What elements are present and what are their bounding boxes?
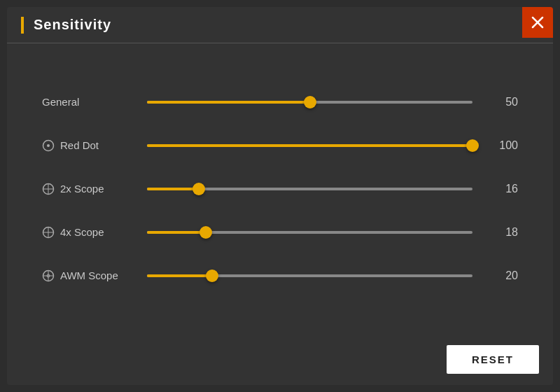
2x-scope-icon [42,183,55,195]
slider-row-general: General 50 [42,80,518,124]
slider-track-general [147,101,472,104]
slider-label-text-2x-scope: 2x Scope [60,183,104,195]
slider-fill-awm-scope [147,274,212,277]
slider-thumb-4x-scope[interactable] [200,226,212,239]
slider-row-2x-scope: 2x Scope 16 [42,167,518,211]
reset-button[interactable]: RESET [447,345,539,374]
slider-label-awm-scope: AWM Scope [42,270,133,282]
slider-label-text-4x-scope: 4x Scope [60,226,104,238]
slider-track-container-4x-scope[interactable] [147,225,472,239]
slider-thumb-red-dot[interactable] [466,139,479,152]
close-button[interactable] [522,7,553,38]
slider-track-red-dot [147,144,472,147]
slider-track-container-2x-scope[interactable] [147,182,472,196]
slider-value-general: 50 [486,96,518,108]
slider-label-4x-scope: 4x Scope [42,226,133,239]
slider-fill-red-dot [147,144,472,147]
header: Sensitivity [7,7,553,43]
slider-fill-2x-scope [147,188,199,190]
slider-label-text-general: General [42,96,79,108]
close-icon [531,15,545,29]
slider-track-container-awm-scope[interactable] [147,269,472,283]
slider-value-red-dot: 100 [486,139,518,152]
slider-value-2x-scope: 16 [486,183,518,195]
slider-label-text-red-dot: Red Dot [60,139,99,151]
slider-thumb-general[interactable] [304,96,316,108]
slider-thumb-2x-scope[interactable] [192,183,205,195]
slider-label-2x-scope: 2x Scope [42,183,133,195]
slider-track-2x-scope [147,188,472,190]
slider-row-4x-scope: 4x Scope 18 [42,211,518,254]
slider-fill-4x-scope [147,231,206,234]
slider-value-awm-scope: 20 [486,270,518,282]
slider-thumb-awm-scope[interactable] [206,270,218,282]
sliders-container: General 50 Red Dot [7,43,553,334]
footer: RESET [7,334,553,385]
slider-label-text-awm-scope: AWM Scope [60,270,118,281]
slider-value-4x-scope: 18 [486,226,518,239]
red-dot-icon [42,139,55,152]
awm-scope-icon [42,270,55,282]
sensitivity-modal: Sensitivity General 50 Red Dot [7,7,553,385]
slider-track-container-general[interactable] [147,95,472,109]
page-title: Sensitivity [34,17,111,33]
slider-label-red-dot: Red Dot [42,139,133,152]
slider-row-red-dot: Red Dot 100 [42,124,518,167]
svg-point-3 [47,144,50,147]
4x-scope-icon [42,226,55,239]
header-accent-bar [21,17,24,34]
slider-row-awm-scope: AWM Scope 20 [42,254,518,298]
slider-track-awm-scope [147,274,472,277]
slider-label-general: General [42,96,133,108]
slider-track-4x-scope [147,231,472,234]
slider-fill-general [147,101,310,104]
slider-track-container-red-dot[interactable] [147,139,472,153]
